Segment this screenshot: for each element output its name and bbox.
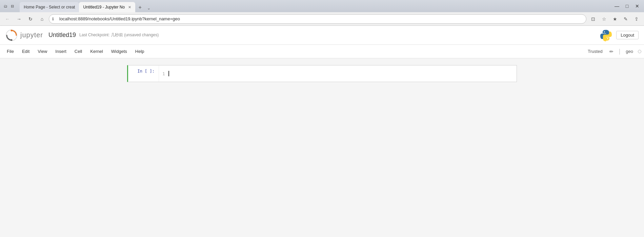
tab-home-label: Home Page - Select or creat [24, 5, 75, 9]
window-controls: 🗂 ⊟ [3, 3, 15, 9]
address-bar-row: ← → ↻ ⌂ ℹ ⊡ ☆ ★ ✎ ⇪ [0, 12, 644, 26]
svg-point-1 [11, 29, 13, 31]
jupyter-logo-icon [5, 29, 18, 41]
menu-cell[interactable]: Cell [71, 47, 86, 56]
address-bar-icons: ⊡ ☆ ★ ✎ ⇪ [588, 14, 641, 24]
cell-line-number: 1 [162, 71, 165, 76]
jupyter-logo: jupyter [5, 29, 43, 41]
logout-button[interactable]: Logout [616, 31, 639, 39]
notebook-content: In [ ]: 1 [0, 58, 644, 89]
forward-button[interactable]: → [14, 14, 24, 24]
minimize-window-btn[interactable]: ⊟ [9, 3, 15, 9]
address-wrapper: ℹ [49, 14, 586, 24]
kernel-status-indicator [638, 50, 641, 53]
svg-point-3 [604, 31, 605, 32]
tab-notebook-label: Untitled19 - Jupyter No [83, 5, 125, 9]
back-button[interactable]: ← [3, 14, 12, 24]
menu-widgets[interactable]: Widgets [107, 47, 131, 56]
menu-kernel[interactable]: Kernel [86, 47, 107, 56]
browser-titlebar: 🗂 ⊟ Home Page - Select or creat Untitled… [0, 0, 644, 12]
kernel-name-label: geo [624, 49, 635, 54]
tab-notebook[interactable]: Untitled19 - Jupyter No ✕ [79, 2, 135, 12]
cell-input-area[interactable]: 1 [159, 65, 517, 82]
pen-btn[interactable]: ✎ [621, 14, 630, 24]
code-cell[interactable]: In [ ]: 1 [127, 65, 517, 82]
trusted-button[interactable]: Trusted [585, 47, 605, 55]
minimize-btn[interactable]: — [613, 2, 621, 10]
menubar-right: Trusted ✏ | geo [585, 47, 641, 56]
bookmark-btn[interactable]: ☆ [599, 14, 609, 24]
svg-point-0 [6, 30, 17, 41]
close-btn[interactable]: ✕ [633, 2, 641, 10]
favorites-btn[interactable]: ★ [610, 14, 620, 24]
file-icon[interactable]: 🗂 [3, 3, 8, 9]
jupyter-app: jupyter Untitled19 Last Checkpoint: 几秒前 … [0, 26, 644, 237]
notebook-title-area: Untitled19 Last Checkpoint: 几秒前 (unsaved… [48, 32, 600, 39]
menu-insert[interactable]: Insert [51, 47, 71, 56]
jupyter-header-right: Logout [600, 29, 639, 41]
python-logo-icon [600, 29, 612, 41]
share-btn[interactable]: ⇪ [632, 14, 641, 24]
tab-menu-button[interactable]: ⌄ [145, 4, 153, 12]
cell-cursor [168, 71, 169, 76]
menu-view[interactable]: View [34, 47, 51, 56]
address-input[interactable] [49, 14, 586, 24]
cell-prompt: In [ ]: [128, 65, 159, 82]
split-screen-btn[interactable]: ⊡ [588, 14, 598, 24]
jupyter-header: jupyter Untitled19 Last Checkpoint: 几秒前 … [0, 26, 644, 45]
tab-strip: Home Page - Select or creat Untitled19 -… [20, 0, 611, 12]
tab-close-btn[interactable]: ✕ [128, 5, 131, 9]
menu-help[interactable]: Help [131, 47, 148, 56]
edit-notebook-name-button[interactable]: ✏ [608, 47, 615, 56]
svg-point-2 [11, 39, 13, 41]
new-tab-button[interactable]: + [135, 3, 145, 12]
maximize-btn[interactable]: □ [623, 2, 631, 10]
checkpoint-info: Last Checkpoint: 几秒前 (unsaved changes) [79, 32, 159, 38]
home-button[interactable]: ⌂ [37, 14, 47, 24]
menu-edit[interactable]: Edit [18, 47, 34, 56]
reload-button[interactable]: ↻ [26, 14, 35, 24]
jupyter-menubar: File Edit View Insert Cell Kernel Widget… [0, 45, 644, 58]
svg-point-4 [607, 38, 608, 39]
notebook-name[interactable]: Untitled19 [48, 32, 76, 39]
tab-home[interactable]: Home Page - Select or creat [20, 2, 79, 12]
toolbar-separator: | [618, 48, 622, 55]
browser-window-buttons: — □ ✕ [613, 2, 641, 10]
menu-file[interactable]: File [3, 47, 18, 56]
jupyter-logo-text: jupyter [20, 31, 43, 39]
